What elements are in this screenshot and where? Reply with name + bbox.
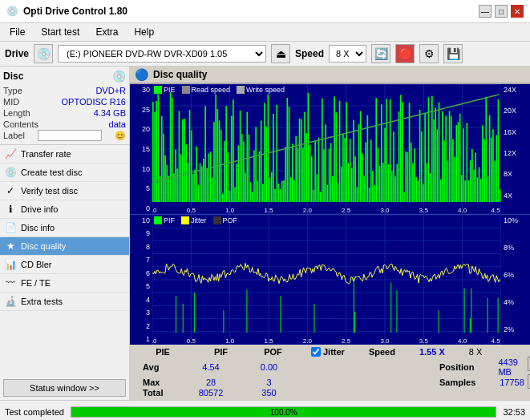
drive-info-icon: ℹ (5, 204, 16, 215)
menu-bar: File Start test Extra Help (0, 23, 530, 42)
sidebar-item-label: Disc quality (21, 241, 66, 251)
minimize-button[interactable]: — (479, 5, 492, 18)
disc-type-val: DVD+R (95, 86, 126, 95)
menu-start-test[interactable]: Start test (36, 25, 84, 39)
write-speed-legend-color (237, 86, 245, 94)
sidebar-item-transfer-rate[interactable]: 📈 Transfer rate (0, 145, 129, 164)
speed-selector[interactable]: 8 X (329, 45, 366, 63)
sidebar-item-extra-tests[interactable]: 🔬 Extra tests (0, 293, 129, 311)
title-bar-controls: — □ ✕ (479, 5, 524, 18)
disc-quality-icon: ★ (5, 240, 16, 252)
disc-contents-val: data (109, 119, 126, 129)
save-button[interactable]: 💾 (443, 44, 463, 63)
disc-label-key: Label (3, 131, 25, 140)
chart2-wrapper: 10 9 8 7 6 5 4 3 2 1 PIF (130, 215, 530, 345)
legend-pif: PIF (154, 216, 175, 224)
stats-header-row: PIE PIF POF Jitter Speed 1.55 X 8 X (135, 347, 524, 357)
drive-label: Drive (5, 48, 29, 59)
pie-legend-label: PIE (164, 86, 176, 94)
jitter-checkbox[interactable] (311, 347, 321, 357)
max-pie: 28 (191, 378, 231, 387)
disc-panel-title: Disc (3, 71, 23, 82)
sidebar-item-label: Create test disc (21, 168, 82, 177)
menu-help[interactable]: Help (129, 25, 159, 39)
pof-header: POF (259, 347, 287, 357)
speed-header: Speed (369, 347, 395, 357)
stats-table: PIE PIF POF Jitter Speed 1.55 X 8 X Avg (135, 347, 524, 398)
speed-val: 1.55 X (419, 347, 445, 357)
sidebar-item-fe-te[interactable]: 〰 FE / TE (0, 274, 129, 293)
menu-file[interactable]: File (5, 25, 30, 39)
cd-bler-icon: 📊 (5, 259, 16, 270)
drive-selector[interactable]: (E:) PIONEER DVD-RW DVR-XD09 1.05 (58, 45, 266, 63)
sidebar-item-label: Transfer rate (21, 149, 71, 159)
jitter-legend-color (181, 216, 189, 224)
write-speed-legend-label: Write speed (246, 86, 285, 94)
eject-button[interactable]: ⏏ (271, 44, 290, 63)
disc-label-input[interactable] (38, 130, 102, 141)
drive-icon-button[interactable]: 💿 (34, 44, 53, 63)
max-label: Max (143, 378, 167, 387)
sidebar-item-label: FE / TE (21, 278, 51, 288)
main-layout: Disc 💿 Type DVD+R MID OPTODISC R16 Lengt… (0, 67, 530, 400)
sidebar-item-verify-test[interactable]: ✓ Verify test disc (0, 182, 129, 200)
app-icon: 💿 (6, 6, 18, 17)
disc-quality-header: 🔵 Disc quality (130, 67, 530, 84)
burn-button[interactable]: 🔴 (395, 44, 415, 63)
disc-mid-key: MID (3, 97, 19, 107)
pif-legend-color (154, 216, 162, 224)
transfer-rate-icon: 📈 (5, 148, 16, 160)
legend-jitter: Jitter (181, 216, 207, 224)
status-text: Test completed (5, 407, 64, 417)
sidebar-item-disc-quality[interactable]: ★ Disc quality (0, 237, 129, 256)
chart2-canvas (152, 215, 501, 345)
jitter-header: Jitter (323, 347, 345, 357)
chart1-canvas (152, 84, 501, 214)
chart2-legend: PIF Jitter POF (154, 216, 237, 224)
legend-pof: POF (213, 216, 238, 224)
close-button[interactable]: ✕ (511, 5, 524, 18)
read-speed-legend-color (182, 86, 190, 94)
disc-mid-row: MID OPTODISC R16 (3, 96, 126, 107)
samples-label: Samples (439, 378, 475, 387)
stats-buttons: Start full Start part (524, 347, 530, 398)
chart1-wrapper: 30 25 20 15 10 5 0 PIE (130, 84, 530, 215)
avg-label: Avg (143, 362, 167, 372)
pie-header: PIE (143, 347, 183, 357)
create-test-icon: 💿 (5, 167, 16, 178)
disc-label-row: Label 😊 (3, 130, 126, 141)
disc-panel: Disc 💿 Type DVD+R MID OPTODISC R16 Lengt… (0, 67, 129, 145)
menu-extra[interactable]: Extra (91, 25, 123, 39)
avg-pif: 0.00 (255, 362, 283, 372)
sidebar-item-drive-info[interactable]: ℹ Drive info (0, 200, 129, 219)
progress-text: 100.0% (71, 407, 496, 418)
avg-pie: 4.54 (191, 362, 231, 372)
sidebar-item-cd-bler[interactable]: 📊 CD Bler (0, 256, 129, 274)
sidebar-item-disc-info[interactable]: 📄 Disc info (0, 219, 129, 237)
sidebar-item-label: Verify test disc (21, 186, 78, 196)
sidebar-item-create-test[interactable]: 💿 Create test disc (0, 164, 129, 182)
sidebar-item-label: Disc info (21, 223, 55, 232)
chart1-y-axis-left: 30 25 20 15 10 5 0 (130, 84, 152, 214)
disc-type-row: Type DVD+R (3, 85, 126, 96)
sidebar-item-label: CD Bler (21, 260, 52, 269)
disc-length-key: Length (3, 108, 30, 118)
maximize-button[interactable]: □ (495, 5, 508, 18)
disc-info-icon: 📄 (5, 222, 16, 233)
toolbar: Drive 💿 (E:) PIONEER DVD-RW DVR-XD09 1.0… (0, 42, 530, 67)
disc-quality-title: Disc quality (153, 69, 207, 80)
total-label: Total (143, 388, 167, 398)
refresh-button[interactable]: 🔄 (371, 44, 390, 63)
disc-length-row: Length 4.34 GB (3, 107, 126, 119)
app-title: Opti Drive Control 1.80 (23, 6, 127, 17)
status-window-button[interactable]: Status window >> (3, 379, 126, 397)
chart2-y-axis-right: 10% 8% 6% 4% 2% (501, 215, 530, 345)
chart2-svg-container: PIF Jitter POF (152, 215, 501, 345)
chart1-y-axis-right: 24X 20X 16X 12X 8X 4X (501, 84, 530, 214)
total-pif: 350 (255, 388, 283, 398)
disc-panel-icon: 💿 (112, 70, 126, 83)
extra-tests-icon: 🔬 (5, 296, 16, 307)
settings-button[interactable]: ⚙ (419, 44, 439, 63)
verify-test-icon: ✓ (5, 185, 16, 196)
chart1-legend: PIE Read speed Write speed (154, 86, 285, 94)
